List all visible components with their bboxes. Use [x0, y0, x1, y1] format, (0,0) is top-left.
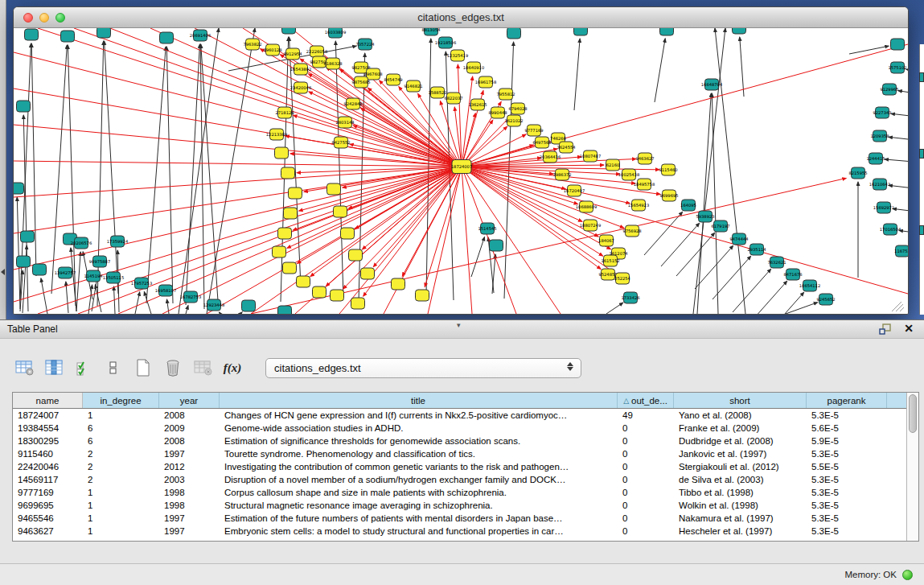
- graph-node[interactable]: [574, 28, 588, 35]
- graph-node[interactable]: [281, 167, 295, 179]
- graph-node[interactable]: 18807249: [580, 220, 601, 231]
- graph-node[interactable]: [275, 147, 289, 159]
- graph-node[interactable]: 18495758: [634, 179, 655, 190]
- graph-node[interactable]: 20691406: [190, 30, 211, 41]
- table-selector-dropdown[interactable]: citations_edges.txt: [265, 358, 581, 378]
- graph-node[interactable]: 15654923: [628, 200, 649, 211]
- graph-node[interactable]: [17, 101, 31, 112]
- window-titlebar[interactable]: citations_edges.txt: [14, 7, 908, 28]
- select-all-icon[interactable]: [74, 358, 93, 377]
- graph-node[interactable]: [282, 28, 296, 34]
- graph-node[interactable]: [891, 39, 905, 50]
- close-window-button[interactable]: [23, 13, 33, 23]
- graph-node[interactable]: [33, 264, 47, 275]
- graph-node[interactable]: [341, 228, 355, 239]
- graph-node[interactable]: 116753: [894, 245, 908, 257]
- graph-node[interactable]: 10025438: [618, 169, 639, 180]
- table-row[interactable]: 977716911998Corpus callosum shape and si…: [13, 486, 906, 499]
- column-header-year[interactable]: year: [159, 393, 220, 408]
- graph-node[interactable]: [392, 278, 405, 290]
- graph-node[interactable]: [278, 306, 292, 314]
- table-settings-icon[interactable]: [14, 358, 34, 377]
- graph-node[interactable]: [327, 183, 341, 195]
- graph-node[interactable]: 184067: [598, 235, 614, 246]
- graph-node[interactable]: 164095: [680, 200, 696, 211]
- column-header-name[interactable]: name: [13, 393, 83, 408]
- table-row[interactable]: 1872400712008Changes of HCN gene express…: [13, 409, 906, 422]
- graph-node[interactable]: 62160: [606, 159, 620, 171]
- graph-node[interactable]: 16720407: [564, 185, 585, 196]
- collapse-left-panel-icon[interactable]: [1, 269, 5, 275]
- graph-node[interactable]: 1514545: [478, 223, 496, 234]
- graph-node[interactable]: 6179197: [711, 220, 729, 232]
- graph-node[interactable]: 9129965: [880, 84, 898, 95]
- graph-node[interactable]: 5938923: [696, 211, 714, 222]
- graph-node[interactable]: [25, 29, 39, 40]
- graph-node[interactable]: 16033809: [325, 28, 346, 38]
- function-builder-icon[interactable]: f(x): [223, 358, 242, 377]
- graph-node[interactable]: 18640910: [463, 62, 484, 73]
- zoom-window-button[interactable]: [55, 13, 65, 23]
- graph-node[interactable]: 8813054: [421, 28, 441, 35]
- graph-node[interactable]: [331, 290, 344, 301]
- graph-node[interactable]: 8471676: [783, 269, 802, 280]
- graph-node[interactable]: 9756928: [622, 225, 641, 237]
- graph-node[interactable]: 8990448: [488, 107, 507, 118]
- graph-node[interactable]: [97, 28, 111, 38]
- graph-node[interactable]: 16782753: [180, 291, 201, 303]
- graph-node[interactable]: [334, 206, 347, 217]
- graph-node[interactable]: [278, 228, 292, 239]
- graph-node[interactable]: 9875685: [351, 76, 370, 88]
- graph-node[interactable]: 1621022: [504, 115, 523, 126]
- graph-node[interactable]: 9146821: [404, 80, 422, 92]
- graph-node[interactable]: 6497568: [532, 137, 551, 148]
- column-header-pagerank[interactable]: pagerank: [807, 393, 887, 408]
- graph-node[interactable]: [349, 249, 363, 261]
- graph-node[interactable]: 2718126: [275, 107, 294, 118]
- graph-node[interactable]: 1575102: [888, 62, 906, 73]
- graph-node[interactable]: 7632621: [767, 257, 786, 268]
- column-header-short[interactable]: short: [674, 393, 807, 408]
- graph-node[interactable]: 8454749: [384, 74, 402, 85]
- graph-node[interactable]: 2803144: [335, 117, 355, 128]
- graph-node[interactable]: 9463627: [635, 153, 654, 164]
- graph-node[interactable]: 7955812: [496, 89, 515, 100]
- graph-node[interactable]: [351, 298, 365, 309]
- delete-table-icon[interactable]: [193, 358, 212, 377]
- graph-node[interactable]: 17016504: [880, 224, 901, 235]
- table-row[interactable]: 946554611997Estimation of the future num…: [13, 512, 906, 525]
- graph-node[interactable]: 20364436: [540, 151, 561, 163]
- table-row[interactable]: 911546021997Tourette syndrome. Phenomeno…: [13, 447, 906, 460]
- table-row[interactable]: 2242004622012Investigating the contribut…: [13, 460, 906, 473]
- float-panel-icon[interactable]: [879, 323, 892, 336]
- graph-node[interactable]: [733, 28, 746, 34]
- graph-node[interactable]: 1209358: [870, 130, 889, 142]
- graph-node[interactable]: [297, 276, 310, 287]
- graph-node[interactable]: [289, 187, 302, 199]
- column-header-in_degree[interactable]: in_degree: [83, 393, 159, 408]
- graph-node[interactable]: 8186328: [323, 58, 342, 69]
- new-table-icon[interactable]: [133, 358, 153, 377]
- graph-node[interactable]: 12923448: [203, 299, 224, 311]
- panel-divider-grip-icon[interactable]: ▾: [457, 321, 461, 329]
- graph-node[interactable]: 9115460: [659, 164, 677, 175]
- graph-node[interactable]: [361, 268, 375, 279]
- graph-node[interactable]: 7357224: [355, 39, 375, 50]
- graph-node[interactable]: 16958107: [155, 285, 176, 296]
- graph-node[interactable]: 1244415: [866, 153, 885, 164]
- graph-node[interactable]: [160, 32, 174, 43]
- close-panel-icon[interactable]: ✕: [904, 322, 914, 335]
- scrollbar-thumb[interactable]: [909, 394, 917, 433]
- graph-node[interactable]: 8960128: [263, 44, 281, 56]
- delete-row-icon[interactable]: [163, 358, 183, 377]
- graph-node[interactable]: 8215955: [848, 167, 867, 179]
- memory-ok-indicator[interactable]: [902, 570, 913, 580]
- graph-node[interactable]: 17957253: [131, 278, 152, 289]
- graph-node[interactable]: [61, 31, 75, 42]
- graph-node[interactable]: 1362615: [468, 99, 487, 110]
- graph-node[interactable]: 8912954: [283, 48, 302, 60]
- graph-node[interactable]: 9474444: [729, 233, 749, 245]
- graph-node[interactable]: 12213389: [266, 129, 287, 140]
- rows-icon[interactable]: [104, 358, 123, 377]
- graph-node[interactable]: 252254: [614, 273, 631, 284]
